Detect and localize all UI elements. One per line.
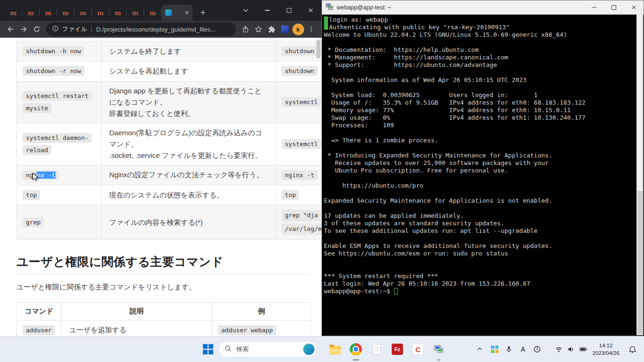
terminal-auth-line: Authenticating with public key "rsa-key-… xyxy=(329,24,510,31)
browser-tab[interactable]: m xyxy=(22,5,40,21)
tab-search-chevron-icon[interactable] xyxy=(235,0,257,21)
address-bar[interactable]: ファイル D:/projects/lessons/deploy_guide/md… xyxy=(46,23,236,36)
putty-close-button[interactable] xyxy=(624,0,644,14)
profile-avatar[interactable]: k xyxy=(291,23,305,36)
command-chip: top xyxy=(23,190,40,200)
bing-icon[interactable] xyxy=(303,344,314,355)
taskbar-notepad[interactable] xyxy=(368,337,385,362)
example-chip: /var/log/m xyxy=(282,223,322,235)
page-info-icon[interactable] xyxy=(52,25,59,34)
clock-icon xyxy=(533,346,541,353)
tab-favicon: m xyxy=(132,9,139,16)
browser-tab[interactable]: m xyxy=(74,5,92,21)
section-heading: ユーザと権限に関係する主要コマンド xyxy=(16,254,311,274)
tab-favicon: m xyxy=(80,9,87,16)
example-chip: grep "dja xyxy=(282,210,321,221)
browser-tab[interactable]: m xyxy=(5,5,22,21)
example-chip: top xyxy=(282,190,299,200)
putty-titlebar[interactable]: webapp@app-test: ~ xyxy=(322,0,644,15)
page-scrollbar-thumb[interactable] xyxy=(316,40,321,58)
example-chip: adduser webapp xyxy=(218,325,276,335)
column-header: 例 xyxy=(212,302,311,320)
chrome-active-indicator xyxy=(353,359,359,361)
maximize-button[interactable] xyxy=(278,0,300,21)
speaker-icon xyxy=(567,346,575,353)
notepad-icon xyxy=(373,344,381,354)
browser-tab[interactable]: m xyxy=(144,5,161,21)
selected-text: nx -t xyxy=(37,172,55,179)
terminal-head: login as: webapp Authenticating with pub… xyxy=(322,15,643,31)
tray-ime-mode[interactable]: A xyxy=(516,337,530,362)
putty-app-icon xyxy=(326,3,333,12)
terminal-prompt: webapp@app-test:~$ xyxy=(324,288,390,295)
active-tab[interactable]: × xyxy=(161,5,193,21)
browser-tab[interactable]: m xyxy=(92,5,109,21)
terminal-cursor xyxy=(394,288,398,295)
tray-clock-app[interactable] xyxy=(530,337,544,362)
url-scheme-label: ファイル xyxy=(62,25,87,33)
extensions-puzzle-icon[interactable] xyxy=(265,23,278,36)
column-header: 説明 xyxy=(62,302,212,320)
taskbar-search-box[interactable]: 検索 xyxy=(218,341,317,357)
close-button[interactable] xyxy=(300,0,322,21)
tray-show-hidden-icons[interactable] xyxy=(473,337,487,362)
terminal-login-lines: login as: webapp Authenticating with pub… xyxy=(329,16,510,31)
back-icon[interactable] xyxy=(4,23,17,36)
avatar-letter: k xyxy=(292,24,304,35)
share-icon[interactable] xyxy=(239,23,252,36)
start-button[interactable] xyxy=(200,337,217,362)
terminal-green-block xyxy=(324,16,328,30)
command-chip: shutdown -h now xyxy=(23,46,84,56)
tray-notifications[interactable] xyxy=(625,337,639,362)
new-tab-button[interactable]: + xyxy=(196,6,209,19)
url-text[interactable]: D:/projects/lessons/deploy_guide/md_file… xyxy=(96,26,216,33)
browser-tab[interactable]: m xyxy=(127,5,144,21)
tab-favicon: m xyxy=(63,9,69,16)
forward-icon[interactable] xyxy=(17,23,30,36)
tray-app[interactable] xyxy=(488,337,502,362)
browser-tab[interactable]: m xyxy=(109,5,127,21)
putty-window-title: webapp@app-test: ~ xyxy=(337,4,391,11)
microphone-icon xyxy=(505,346,513,353)
terminal[interactable]: login as: webapp Authenticating with pub… xyxy=(322,15,643,335)
section-intro: ユーザと権限に関係する主要コマンドをリストします。 xyxy=(16,283,311,292)
taskbar-c-app[interactable]: C xyxy=(410,337,427,362)
column-header: コマンド xyxy=(17,302,62,320)
taskbar-chrome[interactable] xyxy=(347,337,364,362)
terminal-scrollbar-thumb[interactable] xyxy=(637,191,643,334)
tray-microphone[interactable] xyxy=(502,337,516,362)
example-chip: shutdown xyxy=(282,66,318,76)
table-row: systemctl restart mysite Django app を更新し… xyxy=(17,81,322,123)
browser-menu-kebab-icon[interactable] xyxy=(305,23,318,36)
putty-running-indicator xyxy=(437,359,440,361)
reload-icon[interactable] xyxy=(30,23,43,36)
putty-maximize-button[interactable] xyxy=(604,0,624,14)
chrome-icon xyxy=(350,343,362,355)
pinned-extension-icon[interactable] xyxy=(278,23,291,36)
page-content: shutdown -h now システムを終了します shutdown shut… xyxy=(0,38,322,336)
command-description: ファイルの内容を検索する(*) xyxy=(102,205,276,239)
taskbar-file-explorer[interactable] xyxy=(327,337,344,362)
url-divider xyxy=(91,26,92,33)
putty-window: webapp@app-test: ~ login as: webapp Auth… xyxy=(322,0,644,336)
tab-favicon: m xyxy=(97,9,104,16)
tab-close-icon[interactable]: × xyxy=(185,9,189,16)
taskbar-putty[interactable] xyxy=(430,337,447,362)
minimize-button[interactable] xyxy=(257,0,278,21)
browser-tab[interactable]: m xyxy=(40,5,57,21)
window-caption-buttons xyxy=(235,0,322,21)
mouse-cursor xyxy=(32,173,39,182)
example-chip: shutdown xyxy=(282,46,318,56)
table-row: grep ファイルの内容を検索する(*) grep "dja /var/log/… xyxy=(17,205,322,239)
terminal-scrollbar[interactable] xyxy=(636,15,643,335)
browser-tab[interactable]: m xyxy=(57,5,74,21)
bookmark-star-icon[interactable] xyxy=(252,23,265,36)
table-header-row: コマンド 説明 例 xyxy=(17,302,311,320)
command-description: ユーザを追加する xyxy=(62,320,212,336)
taskbar-filezilla[interactable]: Fz xyxy=(389,337,406,362)
command-description: Nginxの設定ファイルの文法チェック等を行う。 xyxy=(102,165,276,185)
putty-minimize-button[interactable] xyxy=(584,0,604,14)
chevron-up-icon xyxy=(476,346,483,353)
tray-clock[interactable]: 14:12 2023/04/26 xyxy=(588,337,624,362)
example-chip: systemctl xyxy=(282,97,321,107)
